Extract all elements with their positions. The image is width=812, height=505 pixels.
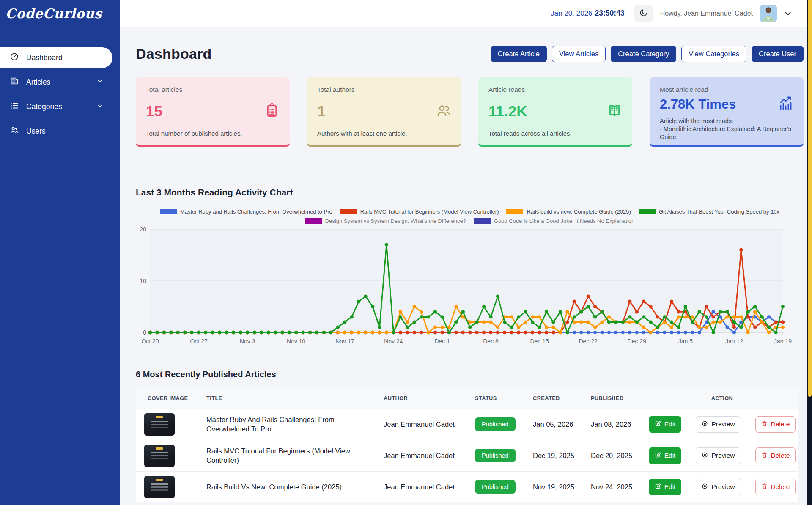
legend-item[interactable]: Design System vs System Design: What's t… — [305, 218, 466, 224]
delete-button[interactable]: Delete — [755, 416, 796, 433]
svg-text:Nov 10: Nov 10 — [287, 338, 306, 345]
quick-actions: Create Article View Articles Create Cate… — [491, 46, 804, 62]
stat-description: Article with the most reads: · Monolithi… — [660, 117, 793, 141]
status-badge: Published — [475, 449, 516, 462]
stat-cards: Total articles 15 Total number of publis… — [136, 77, 804, 147]
column-header-action: ACTION — [646, 388, 798, 409]
stat-label: Total articles — [146, 86, 280, 93]
svg-text:Dec 22: Dec 22 — [579, 338, 598, 345]
legend-swatch — [639, 209, 656, 215]
table-row: Rails Build Vs New: Complete Guide (2025… — [136, 471, 798, 502]
trash-icon — [761, 420, 768, 428]
view-categories-button[interactable]: View Categories — [681, 46, 746, 62]
stat-label: Total authors — [317, 86, 451, 93]
preview-button[interactable]: Preview — [696, 479, 741, 495]
svg-text:Oct 27: Oct 27 — [190, 338, 207, 345]
svg-text:Nov 24: Nov 24 — [384, 338, 403, 345]
preview-button[interactable]: Preview — [696, 416, 741, 433]
reading-activity-section: Last 3 Months Reading Activity Chart Mas… — [136, 187, 804, 354]
chart-increase-icon — [778, 96, 793, 113]
article-title: Rails Build Vs New: Complete Guide (2025… — [202, 471, 379, 502]
status-badge: Published — [475, 480, 516, 494]
svg-text:0: 0 — [143, 329, 146, 336]
sidebar-item-label: Categories — [26, 102, 62, 111]
dark-mode-toggle[interactable] — [634, 5, 653, 22]
svg-text:Jan 12: Jan 12 — [725, 338, 743, 345]
delete-button[interactable]: Delete — [755, 447, 796, 464]
published-date: Nov 24, 2025 — [587, 471, 646, 502]
legend-item[interactable]: Rails build vs new: Complete Guide (2025… — [506, 209, 631, 215]
legend-item[interactable]: Rails MVC Tutorial for Beginners (Model … — [340, 209, 499, 215]
sidebar-item-categories[interactable]: Categories — [0, 96, 112, 117]
sidebar-nav: Dashboard Articles Categories — [0, 47, 120, 142]
view-articles-button[interactable]: View Articles — [552, 46, 606, 62]
avatar[interactable] — [760, 5, 777, 22]
create-category-button[interactable]: Create Category — [611, 46, 676, 62]
svg-text:Oct 20: Oct 20 — [141, 338, 159, 345]
stat-card-total-authors: Total authors 1 Authors with at least on… — [307, 77, 461, 147]
created-date: Jan 05, 2026 — [529, 409, 587, 440]
chevron-down-icon[interactable] — [784, 10, 792, 17]
cover-image — [144, 445, 175, 467]
book-open-icon — [607, 103, 622, 120]
svg-text:20: 20 — [140, 226, 146, 233]
stat-card-article-reads: Article reads 11.2K Total reads across a… — [478, 77, 632, 147]
legend-item[interactable]: Git Aliases That Boost Your Coding Speed… — [639, 209, 779, 215]
sidebar-item-articles[interactable]: Articles — [0, 72, 112, 93]
edit-icon — [655, 483, 661, 491]
table-row: Master Ruby And Rails Challenges: From O… — [136, 409, 798, 440]
delete-button[interactable]: Delete — [755, 479, 796, 495]
legend-swatch — [506, 209, 523, 215]
cover-image — [144, 476, 175, 498]
article-title: Rails MVC Tutorial For Beginners (Model … — [202, 440, 379, 471]
edit-button[interactable]: Edit — [649, 416, 682, 433]
sidebar-item-users[interactable]: Users — [0, 121, 112, 142]
legend-swatch — [305, 218, 322, 224]
chart-wrap: 01020Oct 20Oct 27Nov 3Nov 10Nov 17Nov 24… — [136, 226, 804, 354]
stat-description: Authors with at least one article. — [317, 130, 451, 137]
users-icon — [10, 126, 19, 137]
legend-swatch — [160, 209, 177, 215]
edit-button[interactable]: Edit — [649, 447, 682, 464]
chevron-down-icon — [97, 102, 103, 111]
column-header-author: AUTHOR — [379, 388, 471, 409]
svg-text:Dec 8: Dec 8 — [483, 338, 499, 345]
list-icon — [10, 101, 19, 113]
status-badge: Published — [475, 417, 516, 431]
legend-label: Design System vs System Design: What's t… — [325, 218, 466, 224]
sidebar-item-label: Dashboard — [26, 53, 63, 62]
stat-card-most-read: Most article read 2.78K Times Article wi… — [650, 77, 804, 147]
eye-icon — [702, 420, 708, 428]
eye-icon — [702, 452, 708, 460]
scrollbar-thumb[interactable] — [808, 0, 812, 397]
legend-item[interactable]: Good Code Is Like a Good Joke: It Needs … — [474, 218, 634, 224]
article-author: Jean Emmanuel Cadet — [379, 440, 471, 471]
page-title: Dashboard — [136, 46, 211, 62]
legend-label: Good Code Is Like a Good Joke: It Needs … — [494, 218, 634, 224]
trash-icon — [761, 452, 768, 460]
main: Dashboard Create Article View Articles C… — [120, 27, 812, 505]
stat-description-line2: · Monolithic Architecture Explained: A B… — [660, 125, 793, 141]
sidebar-item-dashboard[interactable]: Dashboard — [0, 47, 112, 68]
published-date: Dec 20, 2025 — [587, 440, 646, 471]
column-header-created: CREATED — [529, 388, 587, 409]
brand-logo: CodeCurious — [0, 6, 120, 21]
articles-table: COVER IMAGE TITLE AUTHOR STATUS CREATED … — [136, 388, 798, 502]
create-article-button[interactable]: Create Article — [491, 46, 547, 62]
legend-label: Master Ruby and Rails Challenges: From O… — [180, 209, 332, 215]
article-author: Jean Emmanuel Cadet — [379, 471, 471, 502]
stat-label: Article reads — [488, 86, 622, 93]
page-scrollbar[interactable] — [807, 0, 812, 505]
current-date: Jan 20, 2026 — [551, 9, 592, 17]
user-greeting: Howdy, Jean Emmanuel Cadet — [660, 10, 753, 17]
edit-button[interactable]: Edit — [649, 479, 682, 495]
preview-button[interactable]: Preview — [696, 447, 741, 464]
svg-text:Nov 17: Nov 17 — [335, 338, 354, 345]
svg-text:Dec 1: Dec 1 — [434, 338, 450, 345]
legend-item[interactable]: Master Ruby and Rails Challenges: From O… — [160, 209, 332, 215]
svg-text:Jan 5: Jan 5 — [678, 338, 693, 345]
create-user-button[interactable]: Create User — [752, 46, 804, 62]
stat-value: 1 — [317, 103, 325, 120]
newspaper-icon — [10, 77, 19, 88]
stat-description: Total reads across all articles. — [488, 130, 622, 137]
